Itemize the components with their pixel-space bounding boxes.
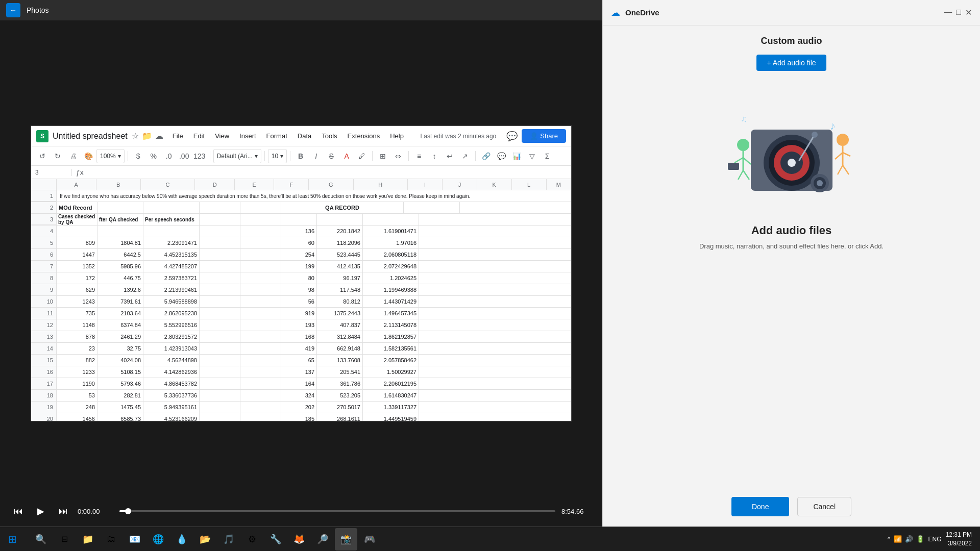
tool[interactable]: 🔧: [264, 528, 287, 550]
menu-format[interactable]: Format: [261, 130, 292, 142]
grid-cell[interactable]: [200, 402, 240, 413]
col-M[interactable]: M: [547, 179, 571, 190]
taskbar-clock[interactable]: 12:31 PM 3/9/2022: [946, 531, 972, 548]
grid-cell[interactable]: 324: [281, 390, 317, 401]
paint-btn[interactable]: 🎨: [81, 149, 95, 163]
search2[interactable]: 🔎: [311, 528, 334, 550]
battery-icon[interactable]: 🔋: [916, 535, 924, 543]
done-button[interactable]: Done: [731, 497, 789, 516]
grid-cell[interactable]: 270.5017: [317, 402, 363, 413]
d2-cell[interactable]: [200, 202, 240, 213]
grid-cell[interactable]: [57, 226, 97, 237]
grid-cell[interactable]: 1233: [57, 366, 97, 378]
link-btn[interactable]: 🔗: [479, 149, 493, 163]
grid-cell[interactable]: 1.50029927: [363, 366, 419, 378]
grid-cell[interactable]: 2.057858462: [363, 355, 419, 366]
grid-cell[interactable]: 878: [57, 331, 97, 342]
valign-btn[interactable]: ↕: [427, 149, 442, 163]
grid-cell[interactable]: 80.812: [317, 296, 363, 307]
grid-cell[interactable]: 205.541: [317, 366, 363, 378]
e2-cell[interactable]: [240, 202, 281, 213]
grid-cell[interactable]: 1392.6: [97, 284, 143, 295]
grid-cell[interactable]: 185: [281, 413, 317, 421]
menu-edit[interactable]: Edit: [188, 130, 210, 142]
grid-cell[interactable]: 56: [281, 296, 317, 307]
notice-cell[interactable]: If we find anyone who has accuracy below…: [57, 190, 571, 202]
grid-cell[interactable]: [200, 378, 240, 389]
grid-cell[interactable]: [240, 413, 281, 421]
col-K[interactable]: K: [477, 179, 512, 190]
filter-btn[interactable]: ▽: [525, 149, 539, 163]
od-close-btn[interactable]: ✕: [965, 8, 972, 17]
add-audio-file-btn[interactable]: + Add audio file: [756, 55, 826, 71]
star-icon[interactable]: ☆: [132, 131, 139, 141]
prev-btn[interactable]: ⏮: [10, 503, 27, 519]
grid-cell[interactable]: 1447: [57, 249, 97, 260]
italic-btn[interactable]: I: [309, 149, 323, 163]
grid-cell[interactable]: 523.205: [317, 390, 363, 401]
grid-cell[interactable]: [240, 319, 281, 331]
grid-cell[interactable]: [240, 284, 281, 295]
undo-tb-btn[interactable]: ↺: [35, 149, 50, 163]
c2-cell[interactable]: [143, 202, 200, 213]
folder[interactable]: 📂: [194, 528, 216, 550]
menu-file[interactable]: File: [167, 130, 188, 142]
grid-cell[interactable]: 2.803291572: [143, 331, 200, 342]
col-F[interactable]: F: [274, 179, 309, 190]
rotate-btn[interactable]: ↗: [458, 149, 472, 163]
subhdr-e[interactable]: [240, 214, 281, 225]
grid-cell[interactable]: 735: [57, 308, 97, 319]
grid-cell[interactable]: 1.2024625: [363, 272, 419, 284]
grid-cell[interactable]: 809: [57, 237, 97, 248]
grid-cell[interactable]: 5.949395161: [143, 402, 200, 413]
grid-cell[interactable]: 2.206012195: [363, 378, 419, 389]
menu-data[interactable]: Data: [292, 130, 316, 142]
next-btn[interactable]: ⏭: [55, 503, 71, 519]
grid-cell[interactable]: [200, 355, 240, 366]
grid-cell[interactable]: 202: [281, 402, 317, 413]
grid-cell[interactable]: 2.113145078: [363, 319, 419, 331]
firefox[interactable]: 🦊: [288, 528, 310, 550]
grid-cell[interactable]: [240, 355, 281, 366]
grid-cell[interactable]: 98: [281, 284, 317, 295]
grid-cell[interactable]: 23: [57, 343, 97, 354]
grid-cell[interactable]: 1.199469388: [363, 284, 419, 295]
photos-taskbar[interactable]: 📸: [335, 528, 357, 550]
grid-cell[interactable]: 164: [281, 378, 317, 389]
dropbox[interactable]: 💧: [170, 528, 193, 550]
grid-cell[interactable]: 5.552996516: [143, 319, 200, 331]
grid-cell[interactable]: 1.614830247: [363, 390, 419, 401]
grid-cell[interactable]: 4.427485207: [143, 261, 200, 272]
menu-insert[interactable]: Insert: [234, 130, 261, 142]
grid-cell[interactable]: 118.2096: [317, 237, 363, 248]
grid-cell[interactable]: 193: [281, 319, 317, 331]
grid-cell[interactable]: [240, 249, 281, 260]
print-btn[interactable]: 🖨: [66, 149, 80, 163]
function-btn[interactable]: Σ: [540, 149, 554, 163]
grid-cell[interactable]: 4.452315135: [143, 249, 200, 260]
grid-cell[interactable]: 919: [281, 308, 317, 319]
grid-cell[interactable]: 629: [57, 284, 97, 295]
grid-cell[interactable]: [240, 296, 281, 307]
grid-cell[interactable]: 6585.73: [97, 413, 143, 421]
decimal-btn[interactable]: .0: [162, 149, 176, 163]
col-A[interactable]: A: [57, 179, 96, 190]
highlight-btn[interactable]: 🖊: [355, 149, 369, 163]
chart-btn[interactable]: 📊: [509, 149, 524, 163]
grid-cell[interactable]: [200, 308, 240, 319]
grid-cell[interactable]: [200, 284, 240, 295]
grid-cell[interactable]: 1804.81: [97, 237, 143, 248]
grid-cell[interactable]: 5985.96: [97, 261, 143, 272]
grid-cell[interactable]: 1148: [57, 319, 97, 331]
cell-reference[interactable]: 3: [31, 169, 72, 176]
spreadsheet-title[interactable]: Untitled spreadsheet: [53, 132, 128, 141]
percent-btn[interactable]: %: [146, 149, 161, 163]
grid-cell[interactable]: 1.582135561: [363, 343, 419, 354]
grid-cell[interactable]: [200, 261, 240, 272]
grid-cell[interactable]: 1.443071429: [363, 296, 419, 307]
grid-cell[interactable]: [200, 296, 240, 307]
grid-cell[interactable]: 5108.15: [97, 366, 143, 378]
grid-cell[interactable]: 1375.2443: [317, 308, 363, 319]
corner-cell[interactable]: [31, 179, 57, 190]
edge-browser[interactable]: 🌐: [147, 528, 169, 550]
